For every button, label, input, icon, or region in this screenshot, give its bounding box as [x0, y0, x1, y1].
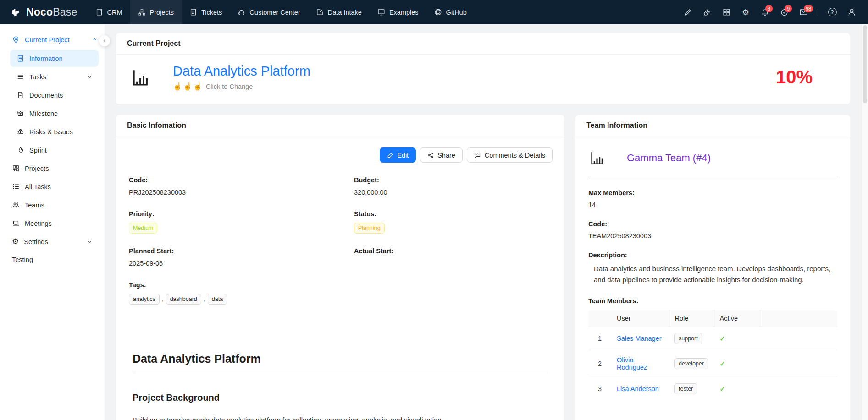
sidebar-item-information[interactable]: Information: [10, 50, 99, 67]
team-code-value: TEAM202508230003: [588, 232, 837, 240]
team-information-title: Team Information: [575, 115, 850, 136]
comments-details-button[interactable]: Comments & Details: [467, 147, 553, 163]
sidebar-item-milestone[interactable]: Milestone: [10, 105, 99, 122]
apps-grid-icon[interactable]: [718, 5, 735, 20]
tag-dashboard: dashboard: [166, 294, 201, 305]
team-code-label: Code:: [588, 220, 837, 228]
project-name-link[interactable]: Data Analytics Platform: [173, 64, 310, 79]
todo-check-icon[interactable]: 9: [776, 5, 792, 20]
max-members-label: Max Members:: [588, 189, 837, 196]
sidebar-group-label: Current Project: [25, 36, 70, 44]
document-heading: Project Background: [133, 393, 548, 403]
main-menu: CRM Projects Tickets Customer Center Dat…: [88, 0, 475, 24]
sidebar-item-settings[interactable]: ⚙ Settings: [0, 233, 99, 250]
file-icon: [17, 91, 24, 99]
chevron-down-icon: [87, 74, 92, 79]
click-to-change-hint[interactable]: ☝☝☝ Click to Change: [173, 82, 310, 91]
sidebar-item-meetings[interactable]: Meetings: [0, 215, 99, 232]
menu-item-tickets[interactable]: Tickets: [182, 0, 230, 24]
sidebar-group-current-project[interactable]: Current Project: [0, 31, 105, 49]
sidebar-item-label: Teams: [25, 202, 44, 209]
actual-start-label: Actual Start:: [354, 247, 552, 255]
menu-item-examples[interactable]: Examples: [370, 0, 426, 24]
team-members-label: Team Members:: [588, 297, 837, 305]
field-team-code: Code: TEAM202508230003: [587, 220, 838, 240]
mail-icon[interactable]: 98: [795, 5, 812, 20]
code-value: PRJ202508230003: [129, 189, 326, 196]
gear-icon: ⚙: [12, 238, 19, 245]
menu-item-projects[interactable]: Projects: [130, 0, 182, 24]
help-glyph: ?: [828, 8, 837, 16]
sidebar-item-teams[interactable]: Teams: [0, 196, 99, 213]
location-pin-icon: [12, 36, 20, 44]
user-column-header: User: [611, 310, 669, 327]
click-hint-label: Click to Change: [206, 83, 253, 90]
menu-item-github[interactable]: GitHub: [426, 0, 475, 24]
field-max-members: Max Members: 14: [587, 189, 838, 208]
vertical-scrollbar[interactable]: [862, 24, 868, 420]
menu-label: Customer Center: [249, 9, 300, 16]
notebook-icon: [95, 8, 103, 16]
bell-icon[interactable]: 3: [757, 5, 773, 20]
gear-glyph: ⚙: [742, 8, 749, 16]
document-paragraph: Build an enterprise-grade data analytics…: [133, 416, 548, 420]
sidebar-item-documents[interactable]: Documents: [10, 87, 99, 104]
sidebar-item-label: Meetings: [25, 220, 52, 227]
tag-separator: ,: [204, 295, 205, 302]
table-row: 1 Sales Manager support ✓: [588, 327, 837, 350]
sidebar-item-sprint[interactable]: Sprint: [10, 142, 99, 158]
sitemap-icon: [138, 8, 146, 16]
edit-button[interactable]: Edit: [380, 147, 416, 163]
user-link[interactable]: Olivia Rodriguez: [617, 356, 647, 371]
menu-item-crm[interactable]: CRM: [88, 0, 130, 24]
action-buttons: Edit Share Comments & Details: [128, 147, 553, 163]
field-status: Status: Planning: [354, 210, 552, 234]
menu-item-data-intake[interactable]: Data Intake: [308, 0, 370, 24]
sidebar-item-testing[interactable]: Testing: [0, 251, 99, 268]
sidebar-item-risks-issues[interactable]: Risks & Issues: [10, 123, 99, 140]
brand-text: NocoBase: [26, 6, 77, 18]
check-icon: ✓: [719, 335, 725, 343]
code-label: Code:: [129, 176, 326, 184]
fire-icon: [17, 146, 24, 154]
sidebar-item-label: All Tasks: [25, 183, 51, 191]
highlighter-icon[interactable]: [680, 5, 696, 20]
status-tag: Planning: [354, 223, 385, 234]
sidebar-item-all-tasks[interactable]: All Tasks: [0, 178, 99, 195]
sidebar-item-label: Settings: [24, 238, 48, 245]
left-sidebar: Current Project Information Tasks Docume…: [0, 24, 105, 420]
sidebar-item-tasks[interactable]: Tasks: [10, 68, 99, 85]
check-icon: ✓: [719, 360, 725, 368]
gear-icon[interactable]: ⚙: [737, 5, 754, 20]
share-button[interactable]: Share: [420, 147, 463, 163]
field-code: Code: PRJ202508230003: [129, 176, 326, 196]
sidebar-item-label: Milestone: [29, 110, 58, 117]
priority-tag: Medium: [129, 223, 157, 234]
form-edit-icon: [316, 8, 324, 16]
ordered-list-icon: [12, 183, 20, 191]
row-index: 3: [588, 377, 611, 401]
basic-information-card: Basic Infomation Edit Share Comments & D…: [116, 115, 564, 420]
scrollbar-thumb[interactable]: [863, 25, 867, 103]
nocobase-logo[interactable]: NocoBase: [0, 6, 88, 19]
user-link[interactable]: Lisa Anderson: [617, 385, 659, 393]
field-planned-start: Planned Start: 2025-09-06: [129, 247, 326, 267]
sidebar-collapse-button[interactable]: [99, 35, 110, 46]
sidebar-item-projects[interactable]: Projects: [0, 160, 99, 177]
user-link[interactable]: Sales Manager: [617, 335, 662, 342]
navbar-actions: ⚙ 3 9 98 ?: [680, 5, 868, 20]
share-label: Share: [437, 152, 455, 159]
help-icon[interactable]: ?: [824, 5, 840, 20]
user-avatar-icon[interactable]: [843, 5, 860, 20]
tag-data: data: [208, 294, 227, 305]
planned-start-label: Planned Start:: [129, 247, 326, 255]
field-team-members: Team Members: User Role Active: [587, 297, 838, 400]
budget-value: 320,000.00: [354, 189, 552, 196]
mail-badge: 98: [804, 5, 813, 12]
menu-item-customer-center[interactable]: Customer Center: [230, 0, 308, 24]
actual-start-value: [354, 260, 552, 267]
team-name-link[interactable]: Gamma Team (#4): [627, 152, 711, 164]
share-icon: [427, 152, 434, 158]
sidebar-item-label: Sprint: [29, 147, 47, 154]
plug-icon[interactable]: [699, 5, 715, 20]
